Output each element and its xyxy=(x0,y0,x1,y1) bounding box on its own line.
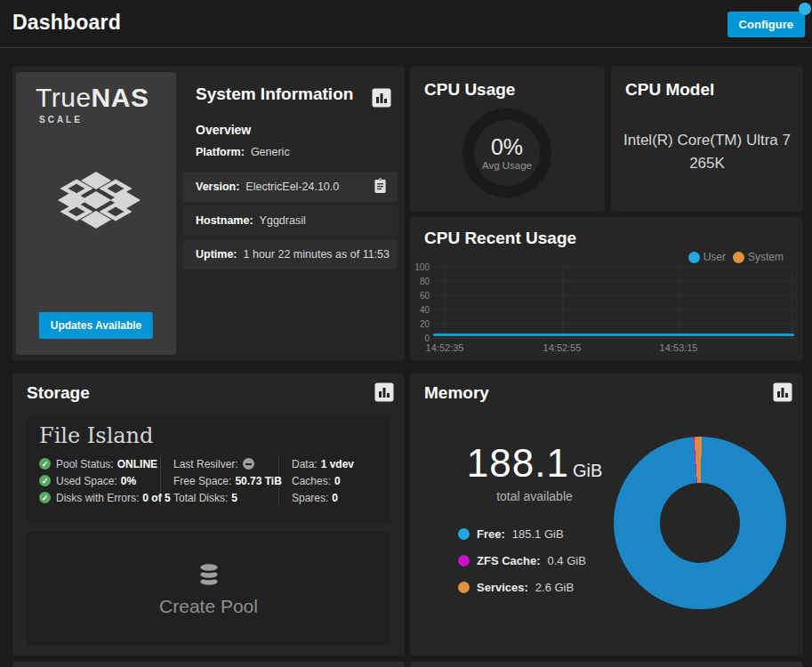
hostname-label: Hostname: xyxy=(196,214,253,227)
check-circle-icon: ✓ xyxy=(39,475,51,486)
pool-stats: ✓ Pool Status:ONLINE ✓ Used Space:0% ✓ D… xyxy=(27,455,390,506)
pool-status-stat: ✓ Pool Status:ONLINE xyxy=(39,455,160,472)
cpu-usage-value: 0% xyxy=(491,135,523,160)
cpu-usage-caption: Avg Usage xyxy=(482,160,532,171)
cpu-chart-x-axis: 14:52:35 14:52:55 14:53:15 xyxy=(433,342,796,355)
bar-chart-icon[interactable] xyxy=(773,382,792,402)
memory-donut-hole xyxy=(660,483,740,563)
version-row: Version: ElectricEel-24.10.0 xyxy=(183,172,398,202)
memory-legend-free: Free: 185.1 GiB xyxy=(458,520,586,547)
system-legend-dot-icon xyxy=(733,252,744,263)
platform-label: Platform: xyxy=(196,146,245,158)
cpu-chart-plot xyxy=(433,267,796,338)
next-row-card-left xyxy=(12,662,405,667)
memory-total-unit: GiB xyxy=(573,461,602,480)
copy-version-clipboard-icon[interactable] xyxy=(374,178,387,197)
user-legend-label: User xyxy=(703,251,726,263)
legend-user: User xyxy=(688,251,726,263)
storage-title: Storage xyxy=(27,383,90,403)
version-value: ElectricEel-24.10.0 xyxy=(245,181,339,193)
memory-total: 188.1GiB xyxy=(440,441,629,486)
updates-available-button[interactable]: Updates Available xyxy=(39,312,153,339)
cpu-usage-card: CPU Usage 0% Avg Usage xyxy=(410,67,605,212)
disks-errors-stat: ✓ Disks with Errors:0 of 5 xyxy=(39,489,160,506)
platform-value: Generic xyxy=(251,146,290,158)
database-icon xyxy=(194,560,224,589)
page-header: Dashboard Configure xyxy=(0,0,812,48)
create-pool-label: Create Pool xyxy=(159,596,258,617)
cpu-model-value: Intel(R) Core(TM) Ultra 7 265K xyxy=(623,129,791,174)
memory-summary: 188.1GiB total available Free: 185.1 GiB… xyxy=(440,374,629,655)
data-vdev-stat: Data:1 vdev xyxy=(292,455,390,472)
system-information-title: System Information xyxy=(196,84,353,104)
uptime-label: Uptime: xyxy=(196,248,237,261)
configure-button[interactable]: Configure xyxy=(728,12,805,37)
total-disks-stat: Total Disks:5 xyxy=(173,489,278,506)
y-tick: 100 xyxy=(414,262,430,272)
memory-legend-zfs-cache: ZFS Cache: 0.4 GiB xyxy=(458,547,586,574)
dashboard-page: Dashboard Configure TrueNAS SCALE xyxy=(0,0,812,667)
create-pool-button[interactable]: Create Pool xyxy=(27,532,390,646)
truenas-wordmark-bold: NAS xyxy=(92,83,149,112)
storage-card: Storage File Island ✓ Pool Status:ONLINE… xyxy=(12,374,405,655)
cpu-model-title: CPU Model xyxy=(625,80,714,100)
uptime-row: Uptime: 1 hour 22 minutes as of 11:53 xyxy=(183,239,398,269)
truenas-mark-icon xyxy=(50,168,142,232)
y-tick: 80 xyxy=(420,277,430,286)
pool-panel[interactable]: File Island ✓ Pool Status:ONLINE ✓ Used … xyxy=(27,416,390,523)
memory-legend-services: Services: 2.6 GiB xyxy=(458,574,586,600)
y-tick: 40 xyxy=(420,305,430,315)
minus-circle-icon xyxy=(243,458,254,470)
y-tick: 0 xyxy=(424,334,430,343)
hostname-value: Yggdrasil xyxy=(260,214,306,227)
y-tick: 60 xyxy=(420,291,430,301)
bar-chart-icon[interactable] xyxy=(374,382,394,402)
version-label: Version: xyxy=(196,181,239,193)
services-legend-dot-icon xyxy=(458,582,470,593)
cpu-usage-title: CPU Usage xyxy=(424,80,515,100)
truenas-wordmark-light: True xyxy=(36,83,92,112)
next-row-card-right xyxy=(410,662,803,667)
legend-system: System xyxy=(733,251,784,263)
check-circle-icon: ✓ xyxy=(39,492,51,503)
cpu-user-line xyxy=(433,334,794,336)
cpu-usage-gauge: 0% Avg Usage xyxy=(462,108,551,197)
page-title: Dashboard xyxy=(12,11,121,35)
memory-legend: Free: 185.1 GiB ZFS Cache: 0.4 GiB Servi… xyxy=(458,520,586,600)
system-legend-label: System xyxy=(748,251,784,263)
hostname-row: Hostname: Yggdrasil xyxy=(183,205,398,236)
cpu-recent-usage-card: CPU Recent Usage User System 100 80 60 4… xyxy=(410,217,803,360)
notification-badge-icon xyxy=(799,3,811,15)
y-tick: 20 xyxy=(420,319,430,329)
bar-chart-icon[interactable] xyxy=(372,88,391,108)
memory-donut xyxy=(614,437,786,609)
truenas-wordmark: TrueNAS xyxy=(36,83,149,113)
uptime-value: 1 hour 22 minutes as of 11:53 xyxy=(244,248,390,261)
x-tick: 14:52:55 xyxy=(543,342,582,353)
pool-name: File Island xyxy=(39,423,153,448)
check-circle-icon: ✓ xyxy=(39,458,51,470)
system-information-card: TrueNAS SCALE Updates Available xyxy=(12,67,405,360)
overview-label: Overview xyxy=(196,123,251,137)
caches-stat: Caches:0 xyxy=(292,472,390,489)
truenas-scale-label: SCALE xyxy=(39,115,83,125)
memory-card: Memory 188.1GiB total available Free: 18… xyxy=(410,374,803,655)
cpu-chart-y-axis: 100 80 60 40 20 0 xyxy=(410,267,430,338)
last-resilver-stat: Last Resilver: xyxy=(173,455,278,472)
free-legend-dot-icon xyxy=(458,528,470,540)
memory-total-value: 188.1 xyxy=(467,441,569,485)
truenas-logo-panel: TrueNAS SCALE Updates Available xyxy=(16,72,176,355)
free-space-stat: Free Space:50.73 TiB xyxy=(173,472,278,489)
cpu-model-card: CPU Model Intel(R) Core(TM) Ultra 7 265K xyxy=(611,67,803,212)
x-tick: 14:52:35 xyxy=(426,342,464,353)
x-tick: 14:53:15 xyxy=(660,342,698,353)
spares-stat: Spares:0 xyxy=(292,489,390,506)
user-legend-dot-icon xyxy=(688,252,700,263)
zfs-cache-legend-dot-icon xyxy=(458,555,470,567)
used-space-stat: ✓ Used Space:0% xyxy=(39,472,160,489)
cpu-chart-legend: User System xyxy=(688,251,784,263)
memory-total-caption: total available xyxy=(440,489,629,503)
platform-row: Platform: Generic xyxy=(183,140,398,165)
cpu-recent-usage-title: CPU Recent Usage xyxy=(424,229,576,248)
